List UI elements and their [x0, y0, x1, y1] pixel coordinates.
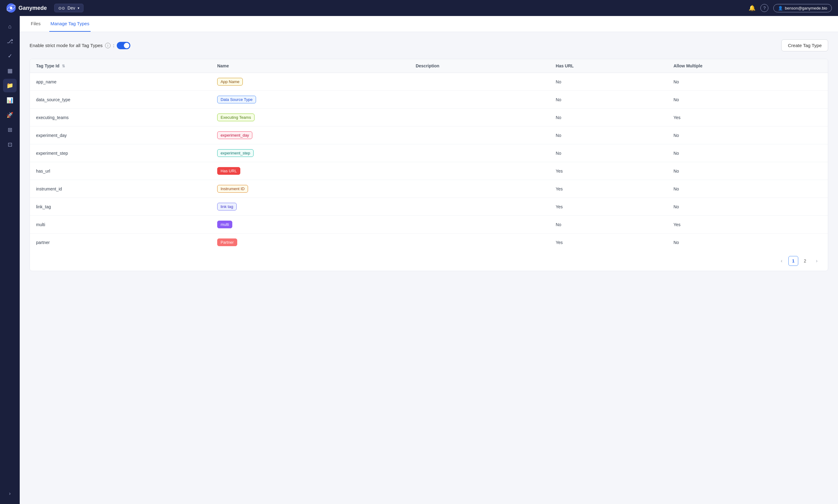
cell-description	[409, 144, 550, 162]
table-row[interactable]: experiment_day experiment_day No No	[30, 126, 828, 144]
user-account-button[interactable]: 👤 benson@ganymede.bio	[773, 4, 832, 12]
strict-mode-label: Enable strict mode for all Tag Types	[30, 43, 103, 48]
sidebar-item-home[interactable]: ⌂	[3, 20, 17, 33]
table-row[interactable]: app_name App Name No No	[30, 73, 828, 91]
strict-mode-colon: :	[113, 43, 114, 48]
notifications-button[interactable]: 🔔	[749, 5, 755, 12]
cell-has-url: No	[550, 91, 667, 109]
env-label: Dev	[67, 5, 75, 11]
table-header-row: Tag Type Id ⇅ Name Description Has URL	[30, 59, 828, 73]
user-email: benson@ganymede.bio	[785, 6, 827, 11]
pagination-page-2-button[interactable]: 2	[800, 256, 810, 266]
cell-name: App Name	[211, 73, 409, 91]
tag-badge[interactable]: Has URL	[217, 167, 240, 175]
tag-badge[interactable]: Instrument ID	[217, 185, 248, 193]
cell-tag-type-id: multi	[30, 216, 211, 234]
strict-mode-info-icon[interactable]: i	[105, 43, 110, 48]
tag-badge[interactable]: experiment_day	[217, 131, 253, 139]
sidebar-item-folder[interactable]: 📁	[3, 79, 17, 92]
logo-icon	[6, 3, 16, 13]
pagination-page-1-button[interactable]: 1	[788, 256, 798, 266]
sidebar: ⌂ ⎇ ✓ ▦ 📁 📊 🚀 ⊞ ⊡ ›	[0, 16, 20, 504]
strict-mode-left: Enable strict mode for all Tag Types i :	[30, 42, 130, 49]
table-row[interactable]: experiment_step experiment_step No No	[30, 144, 828, 162]
tag-badge[interactable]: App Name	[217, 78, 243, 86]
sidebar-toggle-button[interactable]: ›	[3, 487, 17, 500]
sidebar-item-check[interactable]: ✓	[3, 49, 17, 63]
sidebar-item-dashboard[interactable]: ⊞	[3, 123, 17, 137]
col-tag-type-id[interactable]: Tag Type Id ⇅	[30, 59, 211, 73]
app-name: Ganymede	[18, 5, 47, 12]
strict-mode-toggle[interactable]	[117, 42, 130, 49]
col-description: Description	[409, 59, 550, 73]
tag-badge[interactable]: link tag	[217, 203, 237, 211]
table-row[interactable]: data_source_type Data Source Type No No	[30, 91, 828, 109]
table-row[interactable]: executing_teams Executing Teams No Yes	[30, 109, 828, 126]
cell-allow-multiple: Yes	[667, 216, 828, 234]
tag-badge[interactable]: multi	[217, 221, 232, 228]
cell-name: link tag	[211, 198, 409, 216]
cell-allow-multiple: No	[667, 162, 828, 180]
table-row[interactable]: instrument_id Instrument ID Yes No	[30, 180, 828, 198]
tab-manage-tag-types[interactable]: Manage Tag Types	[49, 16, 90, 32]
logo: Ganymede	[6, 3, 47, 13]
cell-name: multi	[211, 216, 409, 234]
cell-name: Instrument ID	[211, 180, 409, 198]
cell-has-url: No	[550, 73, 667, 91]
cell-allow-multiple: No	[667, 73, 828, 91]
tabs-bar: Files Manage Tag Types	[20, 16, 838, 32]
tab-files[interactable]: Files	[30, 16, 42, 32]
table-row[interactable]: partner Partner Yes No	[30, 234, 828, 251]
user-icon: 👤	[778, 6, 783, 11]
cell-name: Has URL	[211, 162, 409, 180]
cell-tag-type-id: has_url	[30, 162, 211, 180]
tag-badge[interactable]: experiment_step	[217, 149, 254, 157]
table-row[interactable]: multi multi No Yes	[30, 216, 828, 234]
cell-tag-type-id: executing_teams	[30, 109, 211, 126]
tag-badge[interactable]: Data Source Type	[217, 96, 256, 103]
cell-has-url: Yes	[550, 180, 667, 198]
cell-description	[409, 180, 550, 198]
cell-tag-type-id: app_name	[30, 73, 211, 91]
pagination-next-button[interactable]: ›	[812, 256, 822, 266]
cell-has-url: Yes	[550, 198, 667, 216]
cell-has-url: No	[550, 144, 667, 162]
cell-description	[409, 91, 550, 109]
cell-tag-type-id: partner	[30, 234, 211, 251]
tag-badge[interactable]: Executing Teams	[217, 113, 255, 121]
sidebar-item-branch[interactable]: ⎇	[3, 34, 17, 48]
col-has-url: Has URL	[550, 59, 667, 73]
cell-allow-multiple: No	[667, 198, 828, 216]
cell-tag-type-id: instrument_id	[30, 180, 211, 198]
help-button[interactable]: ?	[760, 4, 768, 12]
cell-has-url: No	[550, 109, 667, 126]
env-icon: ⊙⊙	[58, 6, 65, 11]
create-tag-type-button[interactable]: Create Tag Type	[781, 39, 828, 51]
cell-allow-multiple: No	[667, 144, 828, 162]
pagination-prev-button[interactable]: ‹	[777, 256, 787, 266]
cell-has-url: No	[550, 126, 667, 144]
cell-tag-type-id: experiment_day	[30, 126, 211, 144]
table-row[interactable]: link_tag link tag Yes No	[30, 198, 828, 216]
tag-badge[interactable]: Partner	[217, 238, 237, 246]
cell-name: Partner	[211, 234, 409, 251]
cell-name: experiment_step	[211, 144, 409, 162]
cell-allow-multiple: No	[667, 180, 828, 198]
col-allow-multiple: Allow Multiple	[667, 59, 828, 73]
col-name: Name	[211, 59, 409, 73]
cell-name: experiment_day	[211, 126, 409, 144]
env-selector[interactable]: ⊙⊙ Dev ▾	[54, 4, 84, 12]
main-content: Files Manage Tag Types Enable strict mod…	[20, 16, 838, 504]
sidebar-item-chart[interactable]: 📊	[3, 93, 17, 107]
topnav-right: 🔔 ? 👤 benson@ganymede.bio	[749, 4, 832, 12]
cell-description	[409, 126, 550, 144]
cell-description	[409, 234, 550, 251]
sort-icon: ⇅	[62, 64, 65, 68]
sidebar-item-rocket[interactable]: 🚀	[3, 108, 17, 122]
sidebar-item-grid[interactable]: ▦	[3, 64, 17, 77]
cell-tag-type-id: experiment_step	[30, 144, 211, 162]
sidebar-item-flow[interactable]: ⊡	[3, 138, 17, 151]
sidebar-bottom: ›	[3, 487, 17, 500]
cell-description	[409, 73, 550, 91]
table-row[interactable]: has_url Has URL Yes No	[30, 162, 828, 180]
